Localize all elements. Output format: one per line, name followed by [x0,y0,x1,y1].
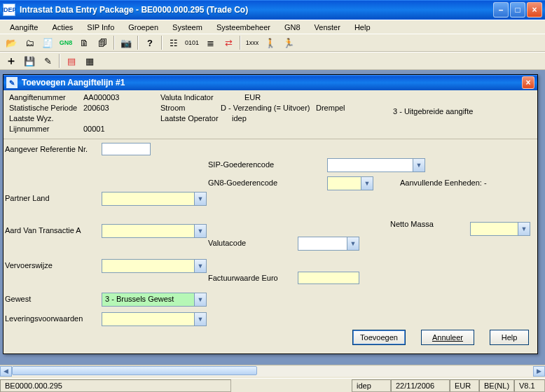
tool-save-icon[interactable]: 💾 [22,54,36,68]
gewest-combo[interactable]: 3 - Brussels Gewest ▼ [102,293,207,307]
status-lang: BE(NL) [479,379,514,392]
toolbar-separator [240,36,241,50]
status-left: BE0000.000.295 [0,379,231,392]
help-button[interactable]: Help [490,330,529,345]
menu-groepen[interactable]: Groepen [123,22,164,33]
toolbar-secondary: ＋ 💾 ✎ ▤ ▦ [0,52,545,70]
menu-aangifte[interactable]: Aangifte [4,22,43,33]
tool-help-icon[interactable]: ? [143,36,157,50]
chevron-down-icon[interactable]: ▼ [194,313,206,326]
tool-open-icon[interactable]: 📂 [4,36,18,50]
scroll-left-icon[interactable]: ◀ [0,366,12,377]
menu-sipinfo[interactable]: SIP Info [81,22,120,33]
factuurwaarde-input[interactable] [298,272,359,284]
scroll-right-icon[interactable]: ▶ [533,366,545,377]
status-date: 22/11/2006 [391,379,450,392]
stroom-value: D - Verzending (= Uitvoer) [221,104,310,112]
menu-acties[interactable]: Acties [46,22,78,33]
scroll-thumb[interactable] [12,366,257,375]
scroll-track[interactable] [12,366,533,377]
drempel-value: 3 - Uitgebreide aangifte [393,107,473,115]
chevron-down-icon[interactable]: ▼ [194,260,206,272]
chevron-down-icon[interactable]: ▼ [518,223,530,235]
menu-help[interactable]: Help [349,22,376,33]
chevron-down-icon[interactable]: ▼ [194,293,206,306]
statperiode-label: Statistische Periode [9,104,77,112]
status-operator: idep [352,379,391,392]
tool-new-icon[interactable]: 🗎 [77,36,91,50]
tool-copy-icon[interactable]: 🗐 [95,36,109,50]
menu-systeembeheer[interactable]: Systeembeheer [211,22,276,33]
stroom-label: Stroom [160,104,185,112]
tool-ref-icon[interactable]: 1xxx [245,36,259,50]
titlebar: IDEP Intrastat Data Entry Package - BE00… [0,0,545,20]
aangiftenummer-value: AA000003 [83,93,119,102]
declaration-header: Aangiftenummer AA000003 Statistische Per… [4,90,537,139]
aanvullende-label: Aanvullende Eenheden: - [400,178,487,187]
partnerland-label: Partner Land [5,194,50,202]
tool-add-icon[interactable]: ＋ [4,54,18,68]
toevoegen-button[interactable]: Toevoegen [352,330,406,345]
chevron-down-icon[interactable]: ▼ [194,225,206,237]
toolbar-separator [59,54,60,68]
menu-gn8[interactable]: GN8 [279,22,306,33]
gn8goed-label: GN8-Goederencode [208,178,277,187]
tool-list-icon[interactable]: ≣ [203,36,217,50]
chevron-down-icon[interactable]: ▼ [194,192,206,205]
chevron-down-icon[interactable]: ▼ [361,177,373,190]
tool-user2-icon[interactable]: 🏃 [282,36,296,50]
annuleer-button[interactable]: Annuleer [421,330,474,345]
tool-props-icon[interactable]: ☷ [167,36,181,50]
tool-folders-icon[interactable]: 🗂 [22,36,36,50]
window-title: Intrastat Data Entry Package - BE0000.00… [20,5,493,15]
chevron-down-icon[interactable]: ▼ [347,237,359,250]
gewest-label: Gewest [5,295,31,303]
form-area: Aangever Referentie Nr. SIP-Goederencode… [4,139,537,354]
lijnnummer-value: 00001 [83,125,105,133]
partnerland-combo[interactable]: ▼ [102,192,207,206]
valutacode-combo[interactable]: ▼ [298,237,359,251]
minimize-button[interactable]: – [493,2,509,18]
aangeverref-label: Aangever Referentie Nr. [5,145,88,153]
tool-gn8-icon[interactable]: GN8 [59,36,73,50]
tool-detail-icon[interactable]: ▤ [64,54,78,68]
tool-grid-icon[interactable]: ▦ [83,54,97,68]
statusbar: BE0000.000.295 idep 22/11/2006 EUR BE(NL… [0,378,545,392]
status-version: V8.1 [514,379,545,392]
tool-user1-icon[interactable]: 🚶 [263,36,277,50]
nettomassa-label: Netto Massa [390,220,434,228]
vervoerswijze-combo[interactable]: ▼ [102,259,207,273]
mdi-scrollbar-horizontal[interactable]: ◀ ▶ [0,365,545,377]
close-button[interactable]: × [527,2,542,18]
toolbar-separator [137,36,139,50]
menu-venster[interactable]: Venster [309,22,346,33]
toolbar-separator [113,36,115,50]
leveringsvoorw-label: Leveringsvoorwaarden [5,314,83,323]
aangeverref-input[interactable] [102,143,151,155]
aardtransactie-combo[interactable]: ▼ [102,224,207,238]
tool-edit-icon[interactable]: ✎ [41,54,55,68]
maximize-button[interactable]: □ [510,2,525,18]
tool-binary-icon[interactable]: 0101 [185,36,199,50]
leveringsvoorw-combo[interactable]: ▼ [102,312,207,326]
form-icon: ✎ [6,77,18,88]
chevron-down-icon[interactable]: ▼ [413,159,425,172]
status-currency: EUR [450,379,479,392]
nettomassa-combo[interactable]: ▼ [470,222,530,236]
statperiode-value: 200603 [83,104,109,112]
child-window: ✎ Toevoegen Aangiftelijn #1 × Aangiftenu… [3,74,538,354]
menu-systeem[interactable]: Systeem [167,22,208,33]
toolbar-separator [161,36,163,50]
laatsteop-value: idep [232,114,247,122]
sipgoed-combo[interactable]: ▼ [327,158,425,172]
tool-transfer-icon[interactable]: ⇄ [221,36,235,50]
app-icon: IDEP [3,4,15,16]
lijnnummer-label: Lijnnummer [9,125,49,133]
tool-camera-icon[interactable]: 📷 [119,36,133,50]
laatsteop-label: Laatste Operator [160,114,219,122]
tool-tree-icon[interactable]: 🧾 [41,36,55,50]
valutaind-value: EUR [244,93,261,102]
gn8goed-combo[interactable]: ▼ [327,176,373,190]
child-close-button[interactable]: × [522,76,534,89]
valutaind-label: Valuta Indicator [160,93,214,102]
